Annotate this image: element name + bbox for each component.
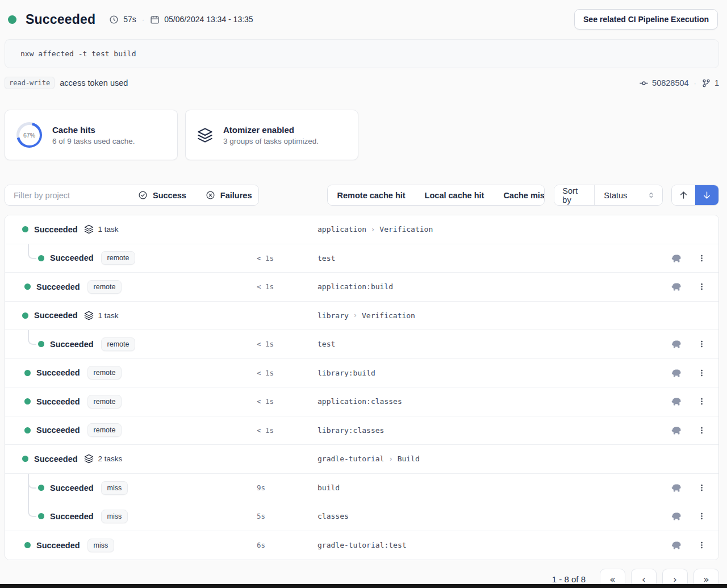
task-row[interactable]: Succeeded remote < 1s library:build <box>5 359 718 388</box>
task-name: library:build <box>317 369 650 377</box>
row-status: Succeeded <box>36 541 80 550</box>
task-row[interactable]: Succeeded miss 5s classes <box>5 502 718 531</box>
status-dot <box>24 542 31 548</box>
breadcrumb-project: application <box>317 225 366 233</box>
task-row[interactable]: Succeeded miss 9s build <box>5 474 718 503</box>
task-row[interactable]: Succeeded miss 6s gradle-tutorial:test <box>5 531 718 560</box>
access-token-text: access token used <box>60 78 128 87</box>
cache-hits-card[interactable]: 67% Cache hits 6 of 9 tasks used cache. <box>5 110 178 160</box>
cache-status-badge: remote <box>87 423 122 437</box>
gradle-elephant-icon[interactable] <box>670 282 682 291</box>
filter-failures-button[interactable]: Failures <box>196 185 259 205</box>
task-name: gradle-tutorial:test <box>317 541 650 549</box>
cache-status-badge: remote <box>87 280 122 294</box>
vcs-separator: · <box>694 79 696 87</box>
gradle-elephant-icon[interactable] <box>670 339 682 349</box>
filter-success-button[interactable]: Success <box>128 185 196 205</box>
status-dot <box>24 283 31 290</box>
sort-select[interactable]: Status <box>594 185 662 205</box>
run-header: Succeeded 57s · 05/06/2024 13:34 - 13:35… <box>0 0 727 30</box>
branch-link[interactable]: 1 <box>701 78 719 88</box>
status-dot <box>22 456 28 462</box>
gradle-elephant-icon[interactable] <box>670 426 682 435</box>
gradle-elephant-icon[interactable] <box>670 511 682 521</box>
task-group-row[interactable]: Succeeded 2 tasks gradle-tutorial › Buil… <box>5 445 718 474</box>
select-chevrons-icon <box>647 191 655 199</box>
cache-status-badge: remote <box>87 395 122 408</box>
run-date-range: 05/06/2024 13:34 - 13:35 <box>164 15 253 24</box>
gradle-elephant-icon[interactable] <box>670 540 682 550</box>
task-row[interactable]: Succeeded remote < 1s application:build <box>5 273 718 302</box>
task-name: application:build <box>317 282 650 291</box>
run-status-dot <box>8 15 16 24</box>
row-menu-kebab-icon[interactable] <box>697 511 706 521</box>
cache-hit-ring: 67% <box>16 122 42 148</box>
layers-icon <box>84 311 94 320</box>
filter-failures-label: Failures <box>220 191 252 200</box>
task-list: Succeeded 1 task application › Verificat… <box>5 215 719 560</box>
calendar-icon <box>150 15 160 24</box>
status-dot <box>24 427 31 433</box>
chevron-right-icon: › <box>388 455 392 463</box>
task-group-row[interactable]: Succeeded 1 task application › Verificat… <box>5 215 718 244</box>
local-cache-hit-button[interactable]: Local cache hit <box>415 185 494 205</box>
sort-ascending-button[interactable] <box>672 185 695 205</box>
filter-project-input[interactable] <box>5 185 128 205</box>
row-menu-kebab-icon[interactable] <box>697 540 706 550</box>
row-status: Succeeded <box>36 368 80 377</box>
task-duration: 9s <box>257 483 317 492</box>
commit-icon <box>639 78 649 88</box>
task-group-row[interactable]: Succeeded 1 task library › Verification <box>5 302 718 331</box>
commit-sha: 50828504 <box>652 78 689 87</box>
row-menu-kebab-icon[interactable] <box>697 253 706 263</box>
cache-hit-percent: 67% <box>19 125 40 145</box>
sort-selected-value: Status <box>604 191 627 200</box>
arrow-up-icon <box>678 190 689 201</box>
cache-miss-button[interactable]: Cache miss <box>494 185 545 205</box>
commit-link[interactable]: 50828504 <box>639 78 689 88</box>
row-status: Succeeded <box>34 311 78 320</box>
gradle-elephant-icon[interactable] <box>670 397 682 406</box>
chevron-right-icon: › <box>371 226 375 233</box>
sort-descending-button[interactable] <box>695 185 718 205</box>
gradle-elephant-icon[interactable] <box>670 368 682 378</box>
task-row[interactable]: Succeeded remote < 1s test <box>5 244 718 273</box>
sort-direction-group <box>671 185 719 206</box>
status-dot <box>38 513 44 519</box>
row-menu-kebab-icon[interactable] <box>697 368 706 378</box>
status-dot <box>24 370 31 376</box>
x-circle-icon <box>206 190 215 200</box>
tree-connector <box>28 244 36 259</box>
layers-icon <box>84 454 94 464</box>
see-related-ci-pipeline-button[interactable]: See related CI Pipeline Execution <box>574 9 718 30</box>
cache-hits-subtitle: 6 of 9 tasks used cache. <box>52 137 135 145</box>
row-menu-kebab-icon[interactable] <box>697 426 706 435</box>
tree-connector <box>28 330 36 345</box>
gradle-elephant-icon[interactable] <box>670 483 682 493</box>
status-dot <box>38 485 44 491</box>
task-duration: < 1s <box>257 254 317 262</box>
cache-filter-group: Remote cache hit Local cache hit Cache m… <box>327 185 545 206</box>
breadcrumb-project: library <box>317 311 349 320</box>
atomizer-card[interactable]: Atomizer enabled 3 groups of tasks optim… <box>185 110 358 160</box>
atomizer-subtitle: 3 groups of tasks optimized. <box>223 137 319 145</box>
group-task-count: 1 task <box>98 311 119 320</box>
row-status: Succeeded <box>34 225 78 234</box>
gradle-elephant-icon[interactable] <box>670 253 682 263</box>
row-menu-kebab-icon[interactable] <box>697 397 706 406</box>
task-duration: < 1s <box>257 397 317 406</box>
status-dot <box>24 398 31 404</box>
status-dot <box>38 341 44 347</box>
run-duration: 57s <box>123 15 136 24</box>
task-row[interactable]: Succeeded remote < 1s application:classe… <box>5 387 718 416</box>
task-name: classes <box>317 512 650 520</box>
group-breadcrumb: library › Verification <box>317 311 650 320</box>
row-menu-kebab-icon[interactable] <box>697 282 706 291</box>
task-row[interactable]: Succeeded remote < 1s test <box>5 330 718 359</box>
task-row[interactable]: Succeeded remote < 1s library:classes <box>5 416 718 445</box>
row-menu-kebab-icon[interactable] <box>697 339 706 349</box>
remote-cache-hit-button[interactable]: Remote cache hit <box>328 185 415 205</box>
row-menu-kebab-icon[interactable] <box>697 483 706 493</box>
row-status: Succeeded <box>50 340 94 349</box>
access-token-badge: read-write <box>5 77 55 89</box>
